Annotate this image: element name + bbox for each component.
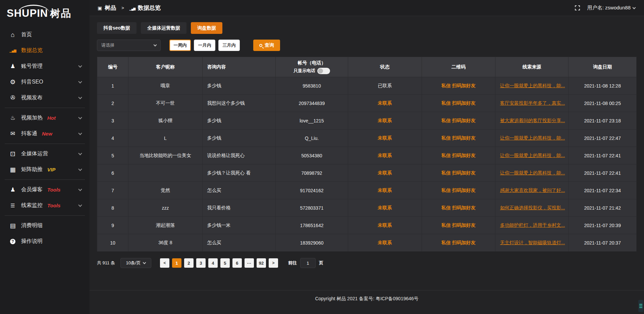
- sidebar-item[interactable]: 抖客通 New: [0, 126, 90, 142]
- sidebar-item[interactable]: 首页: [0, 27, 90, 43]
- cell-status: 未联系: [348, 164, 422, 182]
- page-button[interactable]: 1: [172, 258, 181, 268]
- account-select[interactable]: 请选择: [97, 40, 161, 51]
- prev-page-button[interactable]: <: [160, 258, 169, 268]
- lead-source-link[interactable]: 让你一眼就爱上的黑科技，能...: [500, 153, 565, 158]
- table-row: 10 36度 8 怎么买 183929060 未联系 私信 扫码加好友 无主灯设…: [97, 234, 637, 252]
- table-row: 3 狐小狸 多少钱 love__1215 未联系 私信 扫码加好友 被大家追着问…: [97, 112, 637, 129]
- lead-source-link[interactable]: 无主灯设计，智能磁吸轨道灯...: [500, 240, 565, 245]
- sidebar-item[interactable]: 数据总览: [0, 43, 90, 58]
- filter-bar: 请选择 一周内 一月内 三月内 查询: [97, 40, 637, 51]
- search-button[interactable]: 查询: [253, 40, 280, 51]
- qr-links[interactable]: 私信 扫码加好友: [441, 100, 476, 106]
- sidebar-item[interactable]: 线索监控 Tools: [0, 198, 90, 213]
- cell-date: 2021-11-07 22:34: [569, 182, 637, 199]
- page-button[interactable]: 6: [232, 258, 242, 268]
- topbar: 树品 > 数据总览 用户名: zswodun88: [90, 0, 644, 16]
- cell-content: 说说价格让我死心: [202, 147, 276, 164]
- sidebar-item[interactable]: 矩阵助推 VIP: [0, 162, 90, 177]
- sidebar-item-label: 抖客通: [21, 130, 37, 137]
- sidebar-item[interactable]: 视频加热 Hot: [0, 110, 90, 126]
- sidebar-item[interactable]: 会员爆客 Tools: [0, 182, 90, 198]
- cell-content: 多少钱一米: [202, 217, 276, 234]
- qr-links[interactable]: 私信 扫码加好友: [441, 240, 476, 245]
- tab-button[interactable]: 抖音seo数据: [97, 22, 137, 34]
- sidebar-item-icon: [9, 78, 16, 86]
- cell-lead-source: 多功能护栏灯，适用于乡村文...: [495, 217, 569, 234]
- page-button[interactable]: 2: [184, 258, 194, 268]
- sidebar-item-badge: Tools: [47, 203, 60, 208]
- content: 抖音seo数据 全媒体运营数据 询盘数据 请选择 一周内 一月内: [90, 16, 644, 290]
- cell-id: 6: [97, 164, 128, 182]
- cell-date: 2021-11-07 20:39: [569, 217, 637, 234]
- username-label: 用户名: zswodun88: [587, 5, 631, 11]
- cell-account: 50534380: [276, 147, 348, 164]
- cell-qrcode: 私信 扫码加好友: [422, 217, 495, 234]
- sidebar-item-icon: [9, 186, 16, 193]
- lead-source-link[interactable]: 让你一眼就爱上的黑科技，能...: [500, 83, 565, 88]
- sidebar-divider: [5, 215, 85, 216]
- cell-id: 2: [97, 95, 128, 112]
- qr-links[interactable]: 私信 扫码加好友: [441, 205, 476, 210]
- cell-account: 2097344839: [276, 95, 348, 112]
- lead-source-link[interactable]: 让你一眼就爱上的黑科技，能...: [500, 135, 565, 141]
- topbar-right: 用户名: zswodun88: [575, 5, 635, 11]
- period-button[interactable]: 一周内: [169, 40, 191, 51]
- sidebar-item[interactable]: 抖音SEO: [0, 74, 90, 90]
- pagination: 共 911 条 10条/页 < 1 2 3 4: [97, 258, 637, 268]
- qr-links[interactable]: 私信 扫码加好友: [441, 170, 476, 175]
- sidebar-item[interactable]: 视频发布: [0, 90, 90, 106]
- phone-only-toggle[interactable]: [317, 68, 330, 74]
- table-header-row: 编号 客户昵称 咨询内容 帐号（电话） 只显示电话 状态 二维码 线索来源: [97, 57, 637, 77]
- table-row: 7 觉然 怎么买 917024162 未联系 私信 扫码加好友 感谢大家喜欢我家…: [97, 182, 637, 199]
- copyright-text: Copyright 树品 2021 备案号: 粤ICP备09019646号: [315, 296, 418, 302]
- lead-source-link[interactable]: 客厅安装投影半年多了，真实...: [500, 100, 565, 106]
- lead-source-link[interactable]: 被大家追着问的客厅投影分享...: [500, 118, 565, 123]
- page-button[interactable]: 92: [257, 258, 266, 268]
- cell-status: 未联系: [348, 95, 422, 112]
- sidebar-item[interactable]: 全媒体运营: [0, 146, 90, 162]
- floating-widget[interactable]: [638, 300, 643, 312]
- next-page-button[interactable]: >: [269, 258, 278, 268]
- lead-source-link[interactable]: 多功能护栏灯，适用于乡村文...: [500, 222, 565, 228]
- cell-id: 9: [97, 217, 128, 234]
- period-button[interactable]: 一月内: [194, 40, 215, 51]
- tab-button[interactable]: 询盘数据: [191, 22, 222, 34]
- page-button[interactable]: 5: [220, 258, 230, 268]
- page-size-select[interactable]: 10条/页: [120, 258, 151, 268]
- status-badge: 未联系: [378, 240, 392, 245]
- page-button[interactable]: 4: [208, 258, 218, 268]
- cell-nickname: 36度 8: [128, 234, 202, 252]
- lead-source-link[interactable]: 感谢大家喜欢我家，被问了好...: [500, 188, 565, 193]
- goto-page-suffix: 页: [319, 260, 323, 266]
- table-row: 9 潮起潮落 多少钱一米 178651642 未联系 私信 扫码加好友 多功能护…: [97, 217, 637, 234]
- tab-button[interactable]: 全媒体运营数据: [141, 22, 186, 34]
- sidebar-item[interactable]: 操作说明: [0, 233, 90, 249]
- qr-links[interactable]: 私信 扫码加好友: [441, 135, 476, 141]
- cell-status: 未联系: [348, 199, 422, 217]
- lead-source-link[interactable]: 让你一眼就爱上的黑科技，能...: [500, 170, 565, 175]
- period-button[interactable]: 三月内: [218, 40, 240, 51]
- qr-links[interactable]: 私信 扫码加好友: [441, 222, 476, 228]
- sidebar-item[interactable]: 消费明细: [0, 218, 90, 233]
- page-button[interactable]: 3: [196, 258, 206, 268]
- table-row: 5 当地比较能吃的一位美女 说说价格让我死心 50534380 未联系 私信 扫…: [97, 147, 637, 164]
- lead-source-link[interactable]: 如何正确选择投影仪，买投影...: [500, 205, 565, 210]
- page-button[interactable]: ···: [245, 258, 254, 268]
- qr-links[interactable]: 私信 扫码加好友: [441, 153, 476, 158]
- breadcrumb-home[interactable]: 树品: [105, 4, 116, 12]
- phone-only-label: 只显示电话: [293, 68, 315, 74]
- user-menu[interactable]: 用户名: zswodun88: [587, 5, 635, 11]
- qr-links[interactable]: 私信 扫码加好友: [441, 188, 476, 193]
- cell-content: 多少钱: [202, 77, 276, 95]
- goto-page-input[interactable]: [300, 258, 316, 268]
- qr-links[interactable]: 私信 扫码加好友: [441, 83, 476, 88]
- cell-lead-source: 感谢大家喜欢我家，被问了好...: [495, 182, 569, 199]
- footer: Copyright 树品 2021 备案号: 粤ICP备09019646号: [90, 290, 644, 314]
- fullscreen-icon[interactable]: [575, 5, 580, 10]
- qr-links[interactable]: 私信 扫码加好友: [441, 118, 476, 123]
- cell-date: 2021-11-08 00:25: [569, 95, 637, 112]
- app-window: SHUPIN树品 首页 数据总览: [0, 0, 644, 314]
- sidebar-item-badge: New: [42, 131, 52, 137]
- sidebar-item[interactable]: 账号管理: [0, 58, 90, 74]
